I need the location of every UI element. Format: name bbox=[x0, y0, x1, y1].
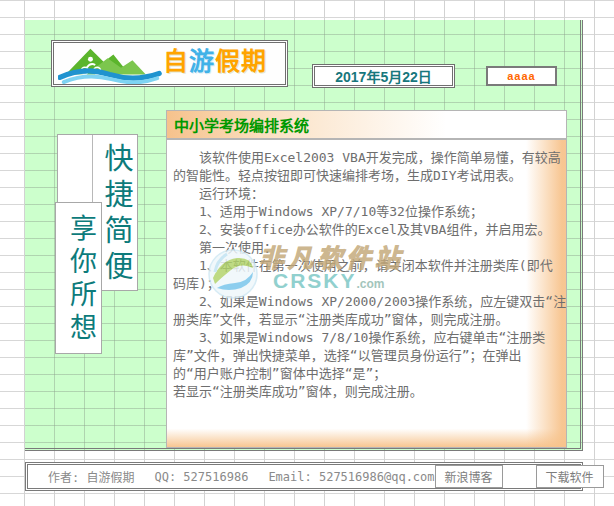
slogan-enjoy-box: 享你所想 bbox=[55, 202, 102, 354]
name-field[interactable]: aaaa bbox=[486, 66, 557, 86]
description-line: 第一次使用： bbox=[173, 239, 560, 257]
description-line: 2、如果是Windows XP/2000/2003操作系统，应左键双击“注 bbox=[173, 293, 560, 311]
description-line: 的智能性。轻点按钮即可快速编排考场，生成DIY考试用表。 bbox=[173, 167, 560, 185]
description-line: 1、适用于Windows XP/7/10等32位操作系统； bbox=[173, 203, 560, 221]
logo-char: 自 bbox=[163, 47, 189, 75]
description-line: 2、安装office办公软件的Excel及其VBA组件，并启用宏。 bbox=[173, 221, 560, 239]
description-line: 册类库”文件，若显示“注册类库成功”窗体，则完成注册。 bbox=[173, 311, 560, 329]
qq-label: QQ: 527516986 bbox=[154, 470, 248, 484]
logo-box: 自游假期 bbox=[51, 40, 288, 87]
sina-blog-button[interactable]: 新浪博客 bbox=[435, 465, 503, 488]
logo-char: 假 bbox=[215, 47, 241, 75]
download-software-button[interactable]: 下载软件 bbox=[536, 465, 604, 488]
vacation-mountain-wave-icon bbox=[58, 43, 163, 85]
description-line: 的“用户账户控制”窗体中选择“是”； bbox=[173, 365, 560, 383]
description-line: 库”文件，弹出快捷菜单，选择“以管理员身份运行”；在弹出 bbox=[173, 347, 560, 365]
description-line: 若显示“注册类库成功”窗体，则完成注册。 bbox=[173, 383, 560, 401]
description-line: 码库)； bbox=[173, 275, 560, 293]
app-title-bar: 中小学考场编排系统 bbox=[166, 110, 567, 139]
description-panel: 该软件使用Excel2003 VBA开发完成，操作简单易懂，有较高 的智能性。轻… bbox=[166, 139, 567, 448]
description-line: 该软件使用Excel2003 VBA开发完成，操作简单易懂，有较高 bbox=[173, 149, 560, 167]
excel-app-window: { "header": { "logo": { "name": "自游假期", … bbox=[0, 0, 614, 506]
author-label: 作者: 自游假期 bbox=[48, 468, 134, 485]
logo-wordmark: 自游假期 bbox=[163, 49, 267, 74]
date-display: 2017年5月22日 bbox=[312, 64, 455, 88]
logo-char: 期 bbox=[241, 47, 267, 75]
slogan-enjoy-text: 享你所想 bbox=[56, 203, 101, 353]
logo-char: 游 bbox=[189, 47, 215, 75]
description-line: 3、如果是Windows 7/8/10操作系统，应右键单击“注册类 bbox=[173, 329, 560, 347]
description-line: 1、本软件在第一次使用之前，请关闭本软件并注册类库(即代 bbox=[173, 257, 560, 275]
footer-bar: 作者: 自游假期 QQ: 527516986 Email: 527516986@… bbox=[25, 462, 583, 491]
email-label: Email: 527516986@qq.com bbox=[268, 470, 434, 484]
page-title: 中小学考场编排系统 bbox=[174, 114, 309, 135]
description-line: 运行环境： bbox=[173, 185, 560, 203]
